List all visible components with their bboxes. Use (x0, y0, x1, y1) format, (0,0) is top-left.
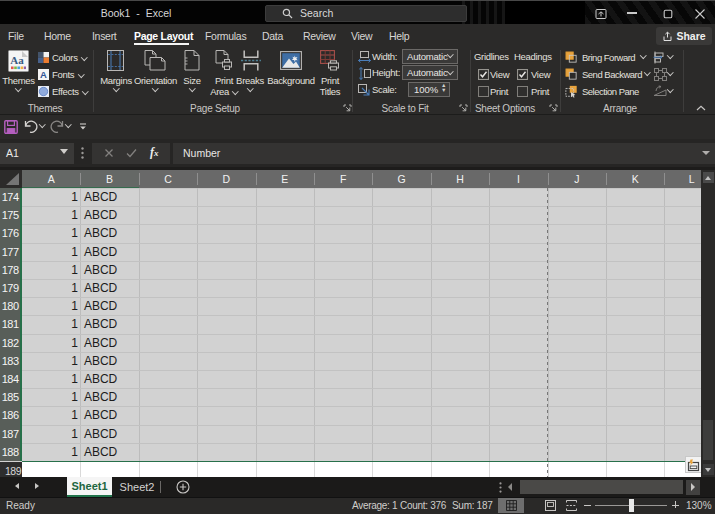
svg-text:Aa: Aa (10, 54, 24, 66)
svg-text:A: A (40, 69, 47, 80)
